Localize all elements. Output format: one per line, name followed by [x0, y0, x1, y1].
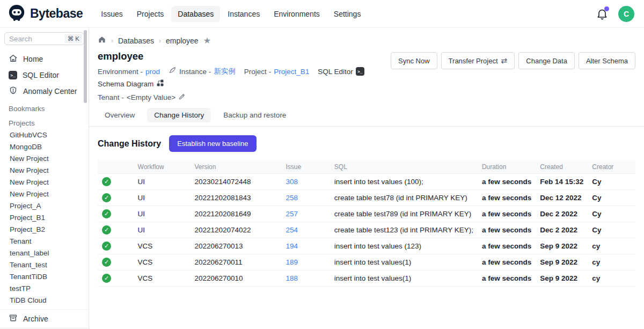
- nav-item-instances[interactable]: Instances: [221, 6, 266, 22]
- version-cell: 20221202081843: [190, 190, 281, 206]
- search-box[interactable]: ⌘ K: [4, 32, 84, 45]
- breadcrumb-item-employee: employee: [166, 36, 199, 45]
- nav-item-projects[interactable]: Projects: [130, 6, 171, 22]
- nav-item-settings[interactable]: Settings: [327, 6, 368, 22]
- creator-cell: Cy: [588, 190, 635, 206]
- sidebar-item-sql-editor[interactable]: >_ SQL Editor: [0, 68, 89, 83]
- sidebar-project-item[interactable]: TiDB Cloud: [0, 294, 89, 306]
- establish-baseline-button[interactable]: Establish new baseline: [169, 135, 256, 152]
- project-link[interactable]: Project_B1: [274, 68, 309, 76]
- sidebar-section-projects: Projects: [0, 114, 89, 129]
- instance-link[interactable]: 新实例: [214, 67, 236, 76]
- tab-overview[interactable]: Overview: [98, 108, 142, 122]
- sql-cell: insert into test values(1): [330, 270, 478, 287]
- transfer-project-button[interactable]: Transfer Project ⇄: [441, 52, 515, 69]
- sidebar-project-item[interactable]: MongoDB: [0, 141, 89, 152]
- alter-schema-button[interactable]: Alter Schema: [579, 52, 635, 69]
- environment-link[interactable]: prod: [145, 68, 160, 76]
- notifications-bell-icon[interactable]: [596, 8, 609, 20]
- sidebar-project-item[interactable]: TenantTiDB: [0, 270, 89, 282]
- search-input[interactable]: [9, 35, 48, 43]
- meta-environment: Environment - prod: [98, 68, 160, 76]
- change-history-table: Workflow Version Issue SQL Duration Crea…: [98, 160, 635, 287]
- sidebar-scrollbar[interactable]: [84, 30, 87, 103]
- sync-now-button[interactable]: Sync Now: [391, 52, 437, 69]
- sidebar-project-item[interactable]: GitHubVCS: [0, 129, 89, 141]
- status-done-icon: ✓: [102, 258, 111, 267]
- section-title: Change History: [98, 139, 161, 149]
- change-data-button[interactable]: Change Data: [518, 52, 575, 69]
- sidebar-project-item[interactable]: Project_B2: [0, 223, 89, 235]
- sidebar-project-item[interactable]: testTP: [0, 282, 89, 294]
- tab-change-history[interactable]: Change History: [147, 108, 211, 122]
- meta-instance: Instance - 新实例: [169, 67, 236, 76]
- breadcrumb-separator: ›: [159, 37, 161, 45]
- schema-diagram-shortcut[interactable]: Schema Diagram: [98, 79, 164, 89]
- tab-backup-and-restore[interactable]: Backup and restore: [216, 108, 293, 122]
- status-done-icon: ✓: [102, 225, 111, 235]
- transfer-arrows-icon: ⇄: [501, 56, 508, 65]
- col-duration: Duration: [478, 160, 536, 174]
- duration-cell: a few seconds: [478, 222, 536, 238]
- user-avatar[interactable]: C: [618, 6, 634, 22]
- sidebar-project-item[interactable]: New Project: [0, 152, 89, 164]
- sidebar-item-home[interactable]: Home: [0, 50, 89, 68]
- version-cell: 20221202074022: [190, 222, 281, 238]
- workflow-cell: VCS: [134, 270, 191, 287]
- sidebar-project-item[interactable]: Project_B1: [0, 211, 89, 223]
- issue-link[interactable]: 189: [286, 258, 298, 266]
- sidebar-item-anomaly-center[interactable]: Anomaly Center: [0, 83, 89, 100]
- breadcrumb-home-icon[interactable]: [98, 35, 106, 46]
- creator-cell: Cy: [588, 222, 635, 238]
- breadcrumb: › Databases › employee ★: [98, 35, 635, 46]
- col-created: Created: [536, 160, 588, 174]
- creator-cell: cy: [588, 238, 635, 254]
- status-done-icon: ✓: [102, 274, 111, 283]
- issue-link[interactable]: 194: [286, 242, 298, 250]
- edit-pencil-icon[interactable]: [178, 93, 186, 102]
- duration-cell: a few seconds: [478, 206, 536, 222]
- issue-link[interactable]: 257: [286, 210, 298, 218]
- nav-item-issues[interactable]: Issues: [94, 6, 129, 22]
- sidebar-project-item[interactable]: Project_A: [0, 200, 89, 211]
- issue-link[interactable]: 258: [286, 194, 298, 202]
- breadcrumb-item-databases[interactable]: Databases: [118, 36, 154, 45]
- brand-name: Bytebase: [30, 6, 83, 21]
- table-row: ✓ VCS 202206270010 188 insert into test …: [98, 270, 635, 287]
- table-row: ✓ VCS 202206270013 194 insert into test …: [98, 238, 635, 254]
- table-row: ✓ UI 20221202081649 257 create table tes…: [98, 206, 635, 222]
- col-issue: Issue: [281, 160, 330, 174]
- sidebar-project-item[interactable]: New Project: [0, 176, 89, 188]
- sidebar-item-label: Anomaly Center: [23, 87, 77, 96]
- created-cell: Dec 2 2022: [536, 222, 588, 238]
- workflow-cell: UI: [134, 190, 191, 206]
- sidebar-project-item[interactable]: New Project: [0, 188, 89, 200]
- issue-link[interactable]: 308: [286, 178, 298, 186]
- sidebar-section-bookmarks: Bookmarks: [0, 100, 89, 114]
- bytebase-logo-icon: [8, 4, 26, 24]
- workflow-cell: UI: [134, 174, 191, 190]
- issue-link[interactable]: 254: [286, 226, 298, 234]
- sidebar-item-archive[interactable]: Archive: [0, 309, 89, 328]
- sidebar-project-item[interactable]: tenant_label: [0, 247, 89, 259]
- nav-item-environments[interactable]: Environments: [267, 6, 326, 22]
- table-row: ✓ UI 20230214072448 308 insert into test…: [98, 174, 635, 190]
- col-status: [98, 160, 134, 174]
- bytebase-logo[interactable]: Bytebase: [8, 4, 83, 24]
- project-list: GitHubVCS MongoDB New Project New Projec…: [0, 129, 89, 306]
- shield-icon: [9, 86, 18, 97]
- home-icon: [9, 54, 18, 64]
- nav-item-databases[interactable]: Databases: [171, 6, 220, 22]
- duration-cell: a few seconds: [478, 174, 536, 190]
- sidebar-project-item[interactable]: Tenant_test: [0, 259, 89, 270]
- sql-editor-shortcut[interactable]: SQL Editor >_: [318, 67, 364, 76]
- issue-link[interactable]: 188: [286, 274, 298, 282]
- created-cell: Feb 14 15:32: [536, 174, 588, 190]
- sql-cell: create table test123 (id int PRIMARY KEY…: [330, 222, 478, 238]
- sql-cell: insert into test values(1): [330, 254, 478, 270]
- bookmark-star-icon[interactable]: ★: [203, 36, 211, 45]
- sidebar-project-item[interactable]: Tenant: [0, 235, 89, 247]
- status-done-icon: ✓: [102, 242, 111, 251]
- tenant-value: <Empty Value>: [127, 93, 175, 101]
- sidebar-project-item[interactable]: New Project: [0, 164, 89, 176]
